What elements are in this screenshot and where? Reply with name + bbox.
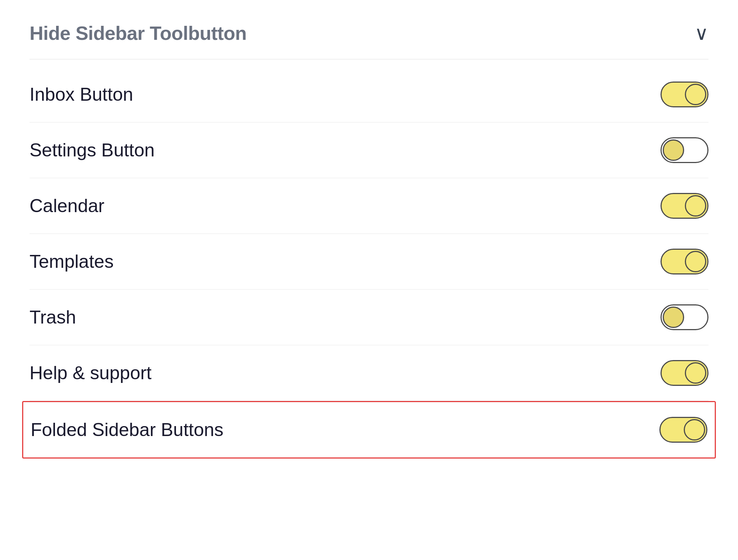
toggle-track-folded-sidebar-buttons (659, 417, 707, 443)
toggle-track-settings-button (661, 137, 708, 163)
toggle-track-trash (661, 304, 708, 330)
toggle-folded-sidebar-buttons[interactable] (659, 417, 707, 443)
section-header: Hide Sidebar Toolbutton ∨ (30, 22, 708, 59)
setting-row-trash: Trash (30, 290, 708, 345)
toggle-track-templates (661, 249, 708, 274)
chevron-down-icon[interactable]: ∨ (694, 22, 708, 44)
toggle-thumb-inbox-button (685, 84, 706, 105)
toggle-track-calendar (661, 193, 708, 219)
setting-row-inbox-button: Inbox Button (30, 67, 708, 122)
toggle-thumb-trash (663, 307, 684, 328)
toggle-inbox-button[interactable] (661, 82, 708, 107)
setting-row-settings-button: Settings Button (30, 122, 708, 178)
setting-row-folded-sidebar-buttons: Folded Sidebar Buttons (22, 401, 716, 459)
toggle-thumb-folded-sidebar-buttons (684, 419, 705, 440)
setting-label-inbox-button: Inbox Button (30, 84, 133, 105)
setting-row-calendar: Calendar (30, 178, 708, 234)
setting-row-templates: Templates (30, 234, 708, 290)
settings-list: Inbox ButtonSettings ButtonCalendarTempl… (30, 67, 708, 459)
setting-label-calendar: Calendar (30, 195, 104, 217)
toggle-trash[interactable] (661, 304, 708, 330)
setting-label-help-support: Help & support (30, 362, 152, 384)
setting-row-help-support: Help & support (30, 345, 708, 401)
setting-label-trash: Trash (30, 307, 76, 328)
settings-panel: Hide Sidebar Toolbutton ∨ Inbox ButtonSe… (30, 22, 708, 459)
toggle-thumb-calendar (685, 195, 706, 217)
setting-label-folded-sidebar-buttons: Folded Sidebar Buttons (31, 419, 224, 440)
toggle-thumb-templates (685, 251, 706, 272)
toggle-templates[interactable] (661, 249, 708, 274)
toggle-calendar[interactable] (661, 193, 708, 219)
toggle-track-inbox-button (661, 82, 708, 107)
toggle-thumb-settings-button (663, 139, 684, 161)
toggle-thumb-help-support (685, 362, 706, 384)
toggle-help-support[interactable] (661, 360, 708, 386)
toggle-settings-button[interactable] (661, 137, 708, 163)
section-title: Hide Sidebar Toolbutton (30, 22, 246, 44)
setting-label-templates: Templates (30, 251, 114, 272)
toggle-track-help-support (661, 360, 708, 386)
setting-label-settings-button: Settings Button (30, 139, 155, 161)
